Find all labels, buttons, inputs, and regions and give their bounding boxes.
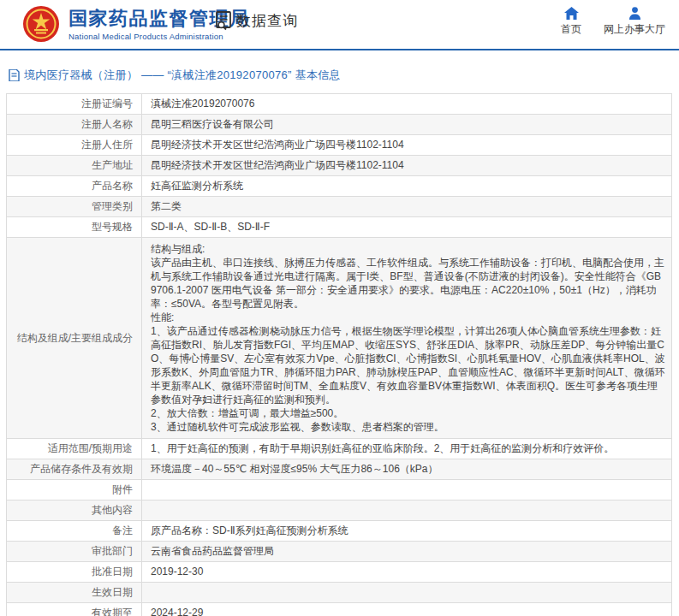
breadcrumb-text: 境内医疗器械（注册） —— “滇械注准20192070076” 基本信息 <box>24 68 341 83</box>
row-label: 注册人名称 <box>7 115 142 135</box>
data-query-icon <box>214 10 233 31</box>
national-emblem-icon <box>22 5 60 43</box>
row-value: 结构与组成: 该产品由主机、串口连接线、脉搏压力传感器、工作软件组成。与系统工作… <box>142 238 672 439</box>
nav-item-service-hall[interactable]: 网上办事大厅 <box>604 7 665 37</box>
row-label: 生产地址 <box>7 156 142 176</box>
row-label: 产品储存条件及有效期 <box>7 459 142 480</box>
row-label: 型号规格 <box>7 217 142 238</box>
breadcrumb: 境内医疗器械（注册） —— “滇械注准20192070076” 基本信息 <box>9 68 679 83</box>
table-row: 注册人住所昆明经济技术开发区世纪浩鸿商业广场四号楼1102-1104 <box>7 135 672 156</box>
row-label: 生效日期 <box>7 583 142 603</box>
data-query-label: 数据查询 <box>236 11 298 31</box>
row-label: 注册证编号 <box>7 94 142 115</box>
row-value: 2019-12-30 <box>142 562 672 583</box>
table-row: 备注原产品名称：SD-Ⅱ系列妊高征预测分析系统 <box>7 521 672 542</box>
row-value <box>142 500 672 521</box>
user-icon <box>628 7 641 20</box>
row-value <box>142 480 672 500</box>
table-row: 批准日期2019-12-30 <box>7 562 672 583</box>
row-value: 原产品名称：SD-Ⅱ系列妊高征预测分析系统 <box>142 521 672 542</box>
header-nav: 首页 网上办事大厅 <box>561 7 665 37</box>
table-row: 型号规格SD-Ⅱ-A、SD-Ⅱ-B、SD-Ⅱ-F <box>7 217 672 238</box>
nav-item-home[interactable]: 首页 <box>561 7 581 37</box>
nav-label-home: 首页 <box>561 22 581 37</box>
table-row: 产品储存条件及有效期环境温度－40～55℃ 相对湿度≤95% 大气压力86～10… <box>7 459 672 480</box>
table-row: 其他内容 <box>7 500 672 521</box>
table-row: 产品名称妊高征监测分析系统 <box>7 176 672 197</box>
row-value: 1、用于妊高征的预测，有助于早期识别妊高征的亚临床阶段。2、用于妊高征的监测分析… <box>142 439 672 459</box>
row-value: 昆明经济技术开发区世纪浩鸿商业广场四号楼1102-1104 <box>142 156 672 176</box>
table-row: 生产地址昆明经济技术开发区世纪浩鸿商业广场四号楼1102-1104 <box>7 156 672 176</box>
row-label: 审批部门 <box>7 542 142 562</box>
row-label: 附件 <box>7 480 142 500</box>
row-label: 注册人住所 <box>7 135 142 156</box>
header-divider <box>0 49 679 50</box>
row-value: SD-Ⅱ-A、SD-Ⅱ-B、SD-Ⅱ-F <box>142 217 672 238</box>
row-label: 批准日期 <box>7 562 142 583</box>
row-value: 妊高征监测分析系统 <box>142 176 672 197</box>
row-value: 滇械注准20192070076 <box>142 94 672 115</box>
table-row: 结构及组成/主要组成成分结构与组成: 该产品由主机、串口连接线、脉搏压力传感器、… <box>7 238 672 439</box>
row-value: 第二类 <box>142 197 672 217</box>
table-row: 生效日期 <box>7 583 672 603</box>
table-row: 有效期至2024-12-29 <box>7 603 672 616</box>
home-icon <box>564 7 579 20</box>
row-value: 云南省食品药品监督管理局 <box>142 542 672 562</box>
table-row: 管理类别第二类 <box>7 197 672 217</box>
table-row: 附件 <box>7 480 672 500</box>
row-value: 昆明经济技术开发区世纪浩鸿商业广场四号楼1102-1104 <box>142 135 672 156</box>
registration-info-table: 注册证编号滇械注准20192070076注册人名称昆明三稻医疗设备有限公司注册人… <box>6 93 672 616</box>
row-value: 环境温度－40～55℃ 相对湿度≤95% 大气压力86～106（kPa） <box>142 459 672 480</box>
row-label: 适用范围/预期用途 <box>7 439 142 459</box>
row-label: 其他内容 <box>7 500 142 521</box>
table-row: 注册证编号滇械注准20192070076 <box>7 94 672 115</box>
data-query-tab[interactable]: 数据查询 <box>214 10 298 31</box>
document-icon <box>9 69 20 81</box>
row-label: 结构及组成/主要组成成分 <box>7 238 142 439</box>
row-label: 管理类别 <box>7 197 142 217</box>
row-label: 备注 <box>7 521 142 542</box>
table-row: 适用范围/预期用途1、用于妊高征的预测，有助于早期识别妊高征的亚临床阶段。2、用… <box>7 439 672 459</box>
table-row: 注册人名称昆明三稻医疗设备有限公司 <box>7 115 672 135</box>
row-label: 有效期至 <box>7 603 142 616</box>
table-row: 审批部门云南省食品药品监督管理局 <box>7 542 672 562</box>
brand-subtitle: National Medical Products Administration <box>68 32 250 41</box>
site-header: 国家药品监督管理局 National Medical Products Admi… <box>0 0 679 49</box>
row-value: 昆明三稻医疗设备有限公司 <box>142 115 672 135</box>
info-table-body: 注册证编号滇械注准20192070076注册人名称昆明三稻医疗设备有限公司注册人… <box>7 94 672 616</box>
row-label: 产品名称 <box>7 176 142 197</box>
row-value: 2024-12-29 <box>142 603 672 616</box>
nav-label-service-hall: 网上办事大厅 <box>604 22 665 37</box>
row-value <box>142 583 672 603</box>
